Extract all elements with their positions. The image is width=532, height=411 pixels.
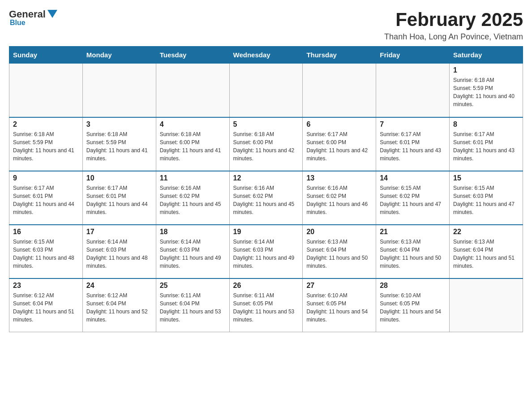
day-info: Sunrise: 6:16 AM Sunset: 6:02 PM Dayligh… bbox=[160, 184, 226, 216]
calendar-cell: 6Sunrise: 6:17 AM Sunset: 6:00 PM Daylig… bbox=[303, 117, 376, 171]
header-sunday: Sunday bbox=[9, 47, 83, 64]
calendar-cell bbox=[376, 64, 450, 117]
calendar-cell: 12Sunrise: 6:16 AM Sunset: 6:02 PM Dayli… bbox=[229, 171, 303, 225]
header-saturday: Saturday bbox=[450, 47, 523, 64]
day-number: 19 bbox=[233, 228, 299, 236]
header-tuesday: Tuesday bbox=[156, 47, 229, 64]
day-number: 13 bbox=[306, 174, 372, 182]
calendar-cell: 23Sunrise: 6:12 AM Sunset: 6:04 PM Dayli… bbox=[9, 278, 83, 332]
calendar-week-row: 9Sunrise: 6:17 AM Sunset: 6:01 PM Daylig… bbox=[9, 171, 523, 225]
day-info: Sunrise: 6:14 AM Sunset: 6:03 PM Dayligh… bbox=[160, 238, 226, 270]
day-info: Sunrise: 6:14 AM Sunset: 6:03 PM Dayligh… bbox=[233, 238, 299, 270]
day-number: 27 bbox=[306, 282, 372, 290]
calendar-cell: 13Sunrise: 6:16 AM Sunset: 6:02 PM Dayli… bbox=[303, 171, 376, 225]
svg-marker-0 bbox=[47, 10, 57, 18]
logo: General Blue bbox=[9, 9, 57, 27]
logo-arrow-icon bbox=[47, 10, 57, 18]
calendar-cell bbox=[156, 64, 229, 117]
title-block: February 2025 Thanh Hoa, Long An Povince… bbox=[384, 9, 523, 42]
calendar-cell bbox=[303, 64, 376, 117]
calendar-cell bbox=[229, 64, 303, 117]
day-info: Sunrise: 6:13 AM Sunset: 6:04 PM Dayligh… bbox=[306, 238, 372, 270]
day-info: Sunrise: 6:11 AM Sunset: 6:04 PM Dayligh… bbox=[160, 291, 226, 324]
day-info: Sunrise: 6:10 AM Sunset: 6:05 PM Dayligh… bbox=[306, 291, 372, 324]
calendar-cell: 26Sunrise: 6:11 AM Sunset: 6:05 PM Dayli… bbox=[229, 278, 303, 332]
day-number: 23 bbox=[13, 282, 79, 290]
header-monday: Monday bbox=[82, 47, 156, 64]
day-number: 17 bbox=[86, 228, 152, 236]
calendar-cell: 11Sunrise: 6:16 AM Sunset: 6:02 PM Dayli… bbox=[156, 171, 229, 225]
calendar-cell: 17Sunrise: 6:14 AM Sunset: 6:03 PM Dayli… bbox=[82, 225, 156, 278]
calendar-cell: 3Sunrise: 6:18 AM Sunset: 5:59 PM Daylig… bbox=[82, 117, 156, 171]
day-number: 28 bbox=[380, 282, 446, 290]
day-info: Sunrise: 6:11 AM Sunset: 6:05 PM Dayligh… bbox=[233, 291, 299, 324]
day-info: Sunrise: 6:16 AM Sunset: 6:02 PM Dayligh… bbox=[306, 184, 372, 216]
calendar-week-row: 2Sunrise: 6:18 AM Sunset: 5:59 PM Daylig… bbox=[9, 117, 523, 171]
day-number: 21 bbox=[380, 228, 446, 236]
calendar-cell: 10Sunrise: 6:17 AM Sunset: 6:01 PM Dayli… bbox=[82, 171, 156, 225]
calendar-subtitle: Thanh Hoa, Long An Povince, Vietnam bbox=[384, 32, 523, 42]
day-info: Sunrise: 6:15 AM Sunset: 6:02 PM Dayligh… bbox=[380, 184, 446, 216]
day-number: 14 bbox=[380, 174, 446, 182]
day-info: Sunrise: 6:16 AM Sunset: 6:02 PM Dayligh… bbox=[233, 184, 299, 216]
calendar-cell: 14Sunrise: 6:15 AM Sunset: 6:02 PM Dayli… bbox=[376, 171, 450, 225]
calendar-cell: 8Sunrise: 6:17 AM Sunset: 6:01 PM Daylig… bbox=[450, 117, 523, 171]
day-number: 4 bbox=[160, 120, 226, 128]
day-info: Sunrise: 6:18 AM Sunset: 5:59 PM Dayligh… bbox=[453, 76, 519, 108]
day-info: Sunrise: 6:18 AM Sunset: 6:00 PM Dayligh… bbox=[233, 130, 299, 163]
day-number: 9 bbox=[13, 174, 79, 182]
day-info: Sunrise: 6:12 AM Sunset: 6:04 PM Dayligh… bbox=[86, 291, 152, 324]
calendar-cell: 2Sunrise: 6:18 AM Sunset: 5:59 PM Daylig… bbox=[9, 117, 83, 171]
calendar-cell: 9Sunrise: 6:17 AM Sunset: 6:01 PM Daylig… bbox=[9, 171, 83, 225]
day-number: 16 bbox=[13, 228, 79, 236]
calendar-cell: 18Sunrise: 6:14 AM Sunset: 6:03 PM Dayli… bbox=[156, 225, 229, 278]
calendar-cell bbox=[82, 64, 156, 117]
header-thursday: Thursday bbox=[303, 47, 376, 64]
calendar-cell: 24Sunrise: 6:12 AM Sunset: 6:04 PM Dayli… bbox=[82, 278, 156, 332]
day-info: Sunrise: 6:17 AM Sunset: 6:01 PM Dayligh… bbox=[453, 130, 519, 163]
day-number: 5 bbox=[233, 120, 299, 128]
day-info: Sunrise: 6:14 AM Sunset: 6:03 PM Dayligh… bbox=[86, 238, 152, 270]
calendar-cell: 20Sunrise: 6:13 AM Sunset: 6:04 PM Dayli… bbox=[303, 225, 376, 278]
calendar-cell: 25Sunrise: 6:11 AM Sunset: 6:04 PM Dayli… bbox=[156, 278, 229, 332]
day-number: 6 bbox=[306, 120, 372, 128]
day-info: Sunrise: 6:17 AM Sunset: 6:01 PM Dayligh… bbox=[86, 184, 152, 216]
day-number: 12 bbox=[233, 174, 299, 182]
day-info: Sunrise: 6:17 AM Sunset: 6:01 PM Dayligh… bbox=[380, 130, 446, 163]
calendar-cell: 22Sunrise: 6:13 AM Sunset: 6:04 PM Dayli… bbox=[450, 225, 523, 278]
day-number: 20 bbox=[306, 228, 372, 236]
day-info: Sunrise: 6:13 AM Sunset: 6:04 PM Dayligh… bbox=[453, 238, 519, 270]
day-number: 3 bbox=[86, 120, 152, 128]
day-number: 24 bbox=[86, 282, 152, 290]
calendar-cell: 15Sunrise: 6:15 AM Sunset: 6:03 PM Dayli… bbox=[450, 171, 523, 225]
day-info: Sunrise: 6:17 AM Sunset: 6:01 PM Dayligh… bbox=[13, 184, 79, 216]
page-header: General Blue February 2025 Thanh Hoa, Lo… bbox=[9, 9, 523, 42]
day-number: 8 bbox=[453, 120, 519, 128]
day-info: Sunrise: 6:15 AM Sunset: 6:03 PM Dayligh… bbox=[13, 238, 79, 270]
calendar-cell: 7Sunrise: 6:17 AM Sunset: 6:01 PM Daylig… bbox=[376, 117, 450, 171]
day-info: Sunrise: 6:18 AM Sunset: 5:59 PM Dayligh… bbox=[86, 130, 152, 163]
day-info: Sunrise: 6:18 AM Sunset: 6:00 PM Dayligh… bbox=[160, 130, 226, 163]
calendar-cell: 19Sunrise: 6:14 AM Sunset: 6:03 PM Dayli… bbox=[229, 225, 303, 278]
calendar-cell: 28Sunrise: 6:10 AM Sunset: 6:05 PM Dayli… bbox=[376, 278, 450, 332]
logo-blue: Blue bbox=[9, 19, 26, 27]
header-friday: Friday bbox=[376, 47, 450, 64]
header-wednesday: Wednesday bbox=[229, 47, 303, 64]
calendar-week-row: 16Sunrise: 6:15 AM Sunset: 6:03 PM Dayli… bbox=[9, 225, 523, 278]
calendar-cell: 27Sunrise: 6:10 AM Sunset: 6:05 PM Dayli… bbox=[303, 278, 376, 332]
day-number: 22 bbox=[453, 228, 519, 236]
day-info: Sunrise: 6:17 AM Sunset: 6:00 PM Dayligh… bbox=[306, 130, 372, 163]
calendar-title: February 2025 bbox=[384, 9, 523, 30]
day-number: 18 bbox=[160, 228, 226, 236]
day-info: Sunrise: 6:12 AM Sunset: 6:04 PM Dayligh… bbox=[13, 291, 79, 324]
calendar-week-row: 1Sunrise: 6:18 AM Sunset: 5:59 PM Daylig… bbox=[9, 64, 523, 117]
logo-general: General bbox=[9, 9, 46, 19]
day-number: 10 bbox=[86, 174, 152, 182]
day-info: Sunrise: 6:10 AM Sunset: 6:05 PM Dayligh… bbox=[380, 291, 446, 324]
calendar-cell bbox=[9, 64, 83, 117]
day-number: 25 bbox=[160, 282, 226, 290]
day-number: 2 bbox=[13, 120, 79, 128]
calendar-cell: 16Sunrise: 6:15 AM Sunset: 6:03 PM Dayli… bbox=[9, 225, 83, 278]
calendar-cell: 5Sunrise: 6:18 AM Sunset: 6:00 PM Daylig… bbox=[229, 117, 303, 171]
calendar-cell: 1Sunrise: 6:18 AM Sunset: 5:59 PM Daylig… bbox=[450, 64, 523, 117]
